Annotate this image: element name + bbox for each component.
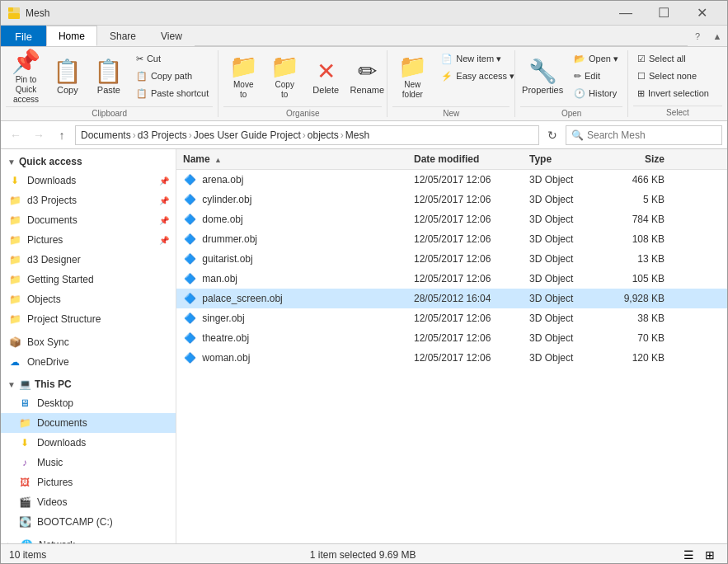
main-content: ▼ Quick access ⬇ Downloads 📌 📁 d3 Projec… xyxy=(1,149,727,543)
sidebar-item-documents-quick[interactable]: 📁 Documents 📌 xyxy=(1,210,176,230)
sidebar-item-d3projects[interactable]: 📁 d3 Projects 📌 xyxy=(1,190,176,210)
file-icon: 🔷 xyxy=(183,331,196,345)
title-bar-title: Mesh xyxy=(26,7,49,19)
back-button[interactable]: ← xyxy=(6,125,26,145)
search-input[interactable] xyxy=(587,129,716,141)
this-pc-header[interactable]: ▼ 💻 This PC xyxy=(1,375,176,393)
breadcrumb-joes[interactable]: Joes User Guide Project xyxy=(194,129,301,141)
ribbon-help-button[interactable]: ? xyxy=(688,26,707,46)
title-bar-icon xyxy=(7,7,21,20)
col-header-type[interactable]: Type xyxy=(523,152,605,167)
new-folder-button[interactable]: 📁 Newfolder xyxy=(392,50,432,105)
sidebar-item-network[interactable]: ▶ 🌐 Network xyxy=(1,535,176,543)
col-header-name[interactable]: Name ▲ xyxy=(176,152,407,167)
open-button[interactable]: 📂 Open ▾ xyxy=(570,50,622,67)
forward-button[interactable]: → xyxy=(29,125,49,145)
sidebar-item-d3designer[interactable]: 📁 d3 Designer xyxy=(1,250,176,270)
paste-shortcut-button[interactable]: 📋 Paste shortcut xyxy=(132,85,213,101)
file-icon: 🔷 xyxy=(183,312,196,325)
folder-icon: 📁 xyxy=(7,272,22,287)
file-row[interactable]: 🔷 dome.obj 12/05/2017 12:06 3D Object 78… xyxy=(176,209,727,229)
file-row[interactable]: 🔷 woman.obj 12/05/2017 12:06 3D Object 1… xyxy=(176,348,727,368)
paste-button[interactable]: 📋 Paste xyxy=(89,50,129,105)
cut-button[interactable]: ✂ Cut xyxy=(132,50,213,67)
ribbon-collapse-button[interactable]: ▲ xyxy=(707,26,727,46)
sidebar-item-objects[interactable]: 📁 Objects xyxy=(1,289,176,309)
copy-path-button[interactable]: 📋 Copy path xyxy=(132,68,213,84)
properties-button[interactable]: 🔧 Properties xyxy=(520,50,565,105)
file-row[interactable]: 🔷 singer.obj 12/05/2017 12:06 3D Object … xyxy=(176,308,727,328)
sidebar-item-bootcamp[interactable]: 💽 BOOTCAMP (C:) xyxy=(1,512,176,532)
file-row[interactable]: 🔷 man.obj 12/05/2017 12:06 3D Object 105… xyxy=(176,269,727,289)
sidebar-item-pictures-quick[interactable]: 📁 Pictures 📌 xyxy=(1,230,176,250)
sidebar-item-music[interactable]: ♪ Music xyxy=(1,453,176,472)
pin-to-quick-access-button[interactable]: 📌 Pin to Quickaccess xyxy=(6,50,46,105)
col-header-date[interactable]: Date modified xyxy=(407,152,523,167)
copy-path-icon: 📋 xyxy=(136,71,148,82)
tab-share[interactable]: Share xyxy=(97,26,148,46)
minimize-button[interactable]: — xyxy=(607,1,645,26)
sidebar-item-gettingstarted[interactable]: 📁 Getting Started xyxy=(1,270,176,289)
address-path[interactable]: Documents › d3 Projects › Joes User Guid… xyxy=(75,125,539,145)
copy-icon: 📋 xyxy=(53,60,82,83)
quick-access-header[interactable]: ▼ Quick access xyxy=(1,153,176,171)
history-button[interactable]: 🕐 History xyxy=(570,85,622,101)
move-to-button[interactable]: 📁 Move to xyxy=(223,50,263,105)
tab-home[interactable]: Home xyxy=(46,26,97,46)
sidebar-item-videos[interactable]: 🎬 Videos xyxy=(1,492,176,512)
file-row[interactable]: 🔷 cylinder.obj 12/05/2017 12:06 3D Objec… xyxy=(176,190,727,209)
file-date: 12/05/2017 12:06 xyxy=(407,192,523,207)
file-rows-container: 🔷 arena.obj 12/05/2017 12:06 3D Object 4… xyxy=(176,170,727,368)
breadcrumb-objects[interactable]: objects xyxy=(308,129,339,141)
invert-selection-button[interactable]: ⊞ Invert selection xyxy=(633,85,713,101)
breadcrumb-documents[interactable]: Documents xyxy=(81,129,131,141)
copy-button[interactable]: 📋 Copy xyxy=(48,50,87,105)
search-box[interactable]: 🔍 xyxy=(566,125,722,145)
sidebar-item-downloads[interactable]: ⬇ Downloads 📌 xyxy=(1,171,176,190)
delete-button[interactable]: ✕ Delete xyxy=(306,50,345,105)
sidebar-item-onedrive[interactable]: ☁ OneDrive xyxy=(1,352,176,372)
sidebar-item-label: d3 Designer xyxy=(27,254,81,266)
sidebar-item-projectstructure[interactable]: 📁 Project Structure xyxy=(1,309,176,329)
sidebar-item-documents[interactable]: 📁 Documents xyxy=(1,413,176,433)
svg-rect-1 xyxy=(8,13,20,19)
sidebar: ▼ Quick access ⬇ Downloads 📌 📁 d3 Projec… xyxy=(1,149,176,543)
tab-file[interactable]: File xyxy=(1,26,46,46)
network-arrow: ▶ xyxy=(7,541,14,544)
select-all-button[interactable]: ☑ Select all xyxy=(633,50,713,67)
sidebar-item-downloads-pc[interactable]: ⬇ Downloads xyxy=(1,433,176,453)
breadcrumb-mesh[interactable]: Mesh xyxy=(345,129,369,141)
col-header-size[interactable]: Size xyxy=(605,152,671,167)
file-row[interactable]: 🔷 palace_screen.obj 28/05/2012 16:04 3D … xyxy=(176,289,727,308)
sidebar-item-desktop[interactable]: 🖥 Desktop xyxy=(1,393,176,413)
file-row[interactable]: 🔷 theatre.obj 12/05/2017 12:06 3D Object… xyxy=(176,328,727,348)
ribbon: 📌 Pin to Quickaccess 📋 Copy 📋 Paste ✂ Cu… xyxy=(1,47,727,121)
select-none-button[interactable]: ☐ Select none xyxy=(633,68,713,84)
sidebar-item-boxsync[interactable]: 📦 Box Sync xyxy=(1,332,176,352)
sidebar-item-label: Network xyxy=(39,539,75,543)
up-button[interactable]: ↑ xyxy=(52,125,72,145)
sidebar-item-pictures[interactable]: 🖼 Pictures xyxy=(1,472,176,492)
file-date: 12/05/2017 12:06 xyxy=(407,212,523,227)
file-row[interactable]: 🔷 guitarist.obj 12/05/2017 12:06 3D Obje… xyxy=(176,249,727,269)
rename-button[interactable]: ✏ Rename xyxy=(347,50,387,105)
file-row[interactable]: 🔷 arena.obj 12/05/2017 12:06 3D Object 4… xyxy=(176,170,727,190)
tab-view[interactable]: View xyxy=(148,26,195,46)
new-item-button[interactable]: 📄 New item ▾ xyxy=(437,50,519,67)
refresh-button[interactable]: ↻ xyxy=(542,125,562,145)
file-date: 28/05/2012 16:04 xyxy=(407,291,523,306)
easy-access-button[interactable]: ⚡ Easy access ▾ xyxy=(437,68,519,84)
view-tiles-button[interactable]: ⊞ xyxy=(701,546,719,564)
edit-button[interactable]: ✏ Edit xyxy=(570,68,622,84)
file-row[interactable]: 🔷 drummer.obj 12/05/2017 12:06 3D Object… xyxy=(176,229,727,249)
open-icon: 📂 xyxy=(574,54,585,64)
breadcrumb-d3projects[interactable]: d3 Projects xyxy=(138,129,187,141)
select-none-icon: ☐ xyxy=(637,71,646,82)
maximize-button[interactable]: ☐ xyxy=(645,1,683,26)
file-name: 🔷 singer.obj xyxy=(176,310,407,327)
sidebar-item-label: Videos xyxy=(37,496,67,508)
close-button[interactable]: ✕ xyxy=(683,1,721,26)
organise-group-label: Organise xyxy=(223,106,382,118)
view-details-button[interactable]: ☰ xyxy=(679,546,697,564)
copy-to-button[interactable]: 📁 Copy to xyxy=(265,50,304,105)
